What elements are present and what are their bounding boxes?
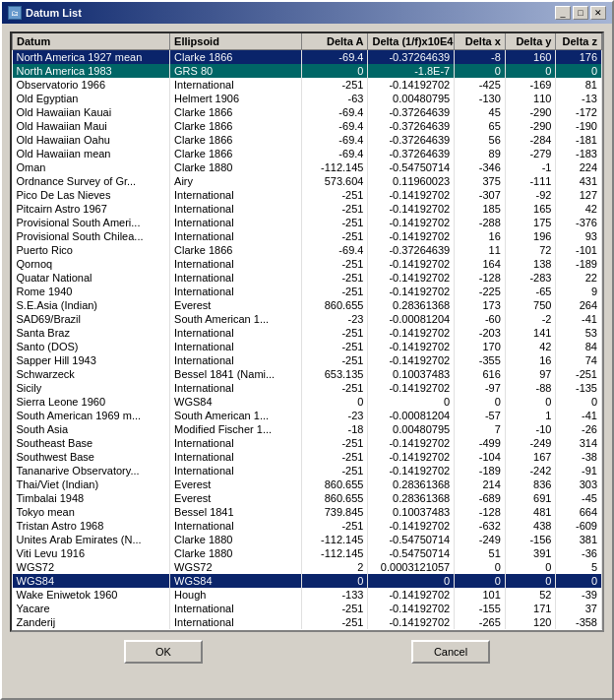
cell-ellipsoid: Clarke 1866 xyxy=(170,105,302,119)
cell-delta-a: -251 xyxy=(302,381,368,395)
table-row[interactable]: Observatorio 1966International-251-0.141… xyxy=(13,78,602,92)
cell-delta-inv: -0.14192702 xyxy=(368,381,455,395)
cell-delta-x: 16 xyxy=(455,229,506,243)
cell-delta-z: -189 xyxy=(556,257,602,271)
cell-datum: Ordnance Survey of Gr... xyxy=(13,174,170,188)
table-row[interactable]: Quatar NationalInternational-251-0.14192… xyxy=(13,271,602,285)
cell-delta-x: -203 xyxy=(455,326,506,340)
table-row[interactable]: Provisional South Chilea...International… xyxy=(13,229,602,243)
cell-delta-a: 860.655 xyxy=(302,477,368,491)
cell-delta-y: 836 xyxy=(505,477,556,491)
table-row[interactable]: WGS72WGS7220.0003121057005 xyxy=(13,560,602,574)
cell-ellipsoid: International xyxy=(170,326,302,340)
cell-ellipsoid: International xyxy=(170,519,302,533)
table-row[interactable]: YacareInternational-251-0.14192702-15517… xyxy=(13,602,602,615)
close-button[interactable]: ✕ xyxy=(590,6,606,20)
table-row[interactable]: QornoqInternational-251-0.14192702164138… xyxy=(13,257,602,271)
table-row[interactable]: Viti Levu 1916Clarke 1880-112.145-0.5475… xyxy=(13,546,602,560)
cell-delta-y: -156 xyxy=(505,533,556,546)
table-row[interactable]: Unites Arab Emirates (N...Clarke 1880-11… xyxy=(13,533,602,546)
cell-delta-y: 0 xyxy=(505,395,556,409)
table-row[interactable]: Pitcairn Astro 1967International-251-0.1… xyxy=(13,202,602,216)
table-row[interactable]: Pico De Las NievesInternational-251-0.14… xyxy=(13,188,602,202)
table-row[interactable]: Southeast BaseInternational-251-0.141927… xyxy=(13,436,602,450)
table-row[interactable]: SAD69/BrazilSouth American 1...-23-0.000… xyxy=(13,312,602,326)
ok-button[interactable]: OK xyxy=(124,640,203,664)
cell-delta-x: -130 xyxy=(455,92,506,105)
table-row[interactable]: OmanClarke 1880-112.145-0.54750714-346-1… xyxy=(13,160,602,174)
table-row[interactable]: ZanderijInternational-251-0.14192702-265… xyxy=(13,615,602,629)
table-row[interactable]: North America 1983GRS 800-1.8E-7000 xyxy=(13,64,602,78)
cell-delta-y: -10 xyxy=(505,422,556,436)
cell-ellipsoid: WGS84 xyxy=(170,574,302,588)
cell-delta-inv: -0.14192702 xyxy=(368,615,455,629)
cell-delta-z: -26 xyxy=(556,422,602,436)
table-row[interactable]: South AsiaModified Fischer 1...-180.0048… xyxy=(13,422,602,436)
table-row[interactable]: Puerto RicoClarke 1866-69.4-0.3726463911… xyxy=(13,243,602,257)
table-row[interactable]: Santo (DOS)International-251-0.141927021… xyxy=(13,340,602,353)
cell-datum: Old Hawaiian Oahu xyxy=(13,133,170,147)
cell-ellipsoid: Clarke 1866 xyxy=(170,243,302,257)
table-row[interactable]: Tristan Astro 1968International-251-0.14… xyxy=(13,519,602,533)
table-row[interactable]: Southwest BaseInternational-251-0.141927… xyxy=(13,450,602,464)
maximize-button[interactable]: □ xyxy=(573,6,588,20)
cell-delta-z: -181 xyxy=(556,133,602,147)
cell-delta-inv: -0.37264639 xyxy=(368,50,455,65)
cell-delta-x: 65 xyxy=(455,119,506,133)
cell-delta-inv: -0.54750714 xyxy=(368,160,455,174)
table-row[interactable]: North America 1927 meanClarke 1866-69.4-… xyxy=(13,50,602,65)
cell-ellipsoid: Helmert 1906 xyxy=(170,92,302,105)
cell-ellipsoid: Clarke 1866 xyxy=(170,147,302,160)
table-row[interactable]: Old EgyptianHelmert 1906-630.00480795-13… xyxy=(13,92,602,105)
table-row[interactable]: WGS84WGS8400000 xyxy=(13,574,602,588)
cell-ellipsoid: GRS 80 xyxy=(170,64,302,78)
cell-delta-inv: -0.37264639 xyxy=(368,105,455,119)
table-row[interactable]: Rome 1940International-251-0.14192702-22… xyxy=(13,285,602,298)
cell-delta-z: 5 xyxy=(556,560,602,574)
cell-ellipsoid: International xyxy=(170,229,302,243)
table-row[interactable]: Old Hawaiian KauaiClarke 1866-69.4-0.372… xyxy=(13,105,602,119)
cell-delta-x: -104 xyxy=(455,450,506,464)
table-row[interactable]: Ordnance Survey of Gr...Airy573.6040.119… xyxy=(13,174,602,188)
table-row[interactable]: Provisional South Ameri...International-… xyxy=(13,216,602,229)
table-row[interactable]: South American 1969 m...South American 1… xyxy=(13,409,602,422)
table-row[interactable]: Sapper Hill 1943International-251-0.1419… xyxy=(13,353,602,367)
table-row[interactable]: Santa BrazInternational-251-0.14192702-2… xyxy=(13,326,602,340)
cell-ellipsoid: Bessel 1841 (Nami... xyxy=(170,367,302,381)
table-row[interactable]: Wake Eniwetok 1960Hough-133-0.1419270210… xyxy=(13,588,602,602)
table-row[interactable]: Sierra Leone 1960WGS8400000 xyxy=(13,395,602,409)
table-row[interactable]: Old Hawaiian OahuClarke 1866-69.4-0.3726… xyxy=(13,133,602,147)
cell-ellipsoid: Airy xyxy=(170,174,302,188)
cell-delta-z: 74 xyxy=(556,353,602,367)
title-buttons: _ □ ✕ xyxy=(555,6,606,20)
table-row[interactable]: SchwarzeckBessel 1841 (Nami...653.1350.1… xyxy=(13,367,602,381)
table-row[interactable]: Tananarive Observatory...International-2… xyxy=(13,464,602,477)
cell-delta-y: -242 xyxy=(505,464,556,477)
window-title: Datum List xyxy=(26,7,82,19)
table-row[interactable]: Old Hawaiian meanClarke 1866-69.4-0.3726… xyxy=(13,147,602,160)
header-delta-inv: Delta (1/f)x10E4 xyxy=(368,33,455,50)
cell-delta-z: 93 xyxy=(556,229,602,243)
cancel-button[interactable]: Cancel xyxy=(411,640,490,664)
cell-delta-x: -355 xyxy=(455,353,506,367)
minimize-button[interactable]: _ xyxy=(555,6,571,20)
table-row[interactable]: S.E.Asia (Indian)Everest860.6550.2836136… xyxy=(13,298,602,312)
table-row[interactable]: Timbalai 1948Everest860.6550.28361368-68… xyxy=(13,491,602,505)
cell-datum: Zanderij xyxy=(13,615,170,629)
table-row[interactable]: Thai/Viet (Indian)Everest860.6550.283613… xyxy=(13,477,602,491)
cell-delta-a: -63 xyxy=(302,92,368,105)
cell-datum: Thai/Viet (Indian) xyxy=(13,477,170,491)
table-row[interactable]: Tokyo meanBessel 1841739.8450.10037483-1… xyxy=(13,505,602,519)
table-body: North America 1927 meanClarke 1866-69.4-… xyxy=(13,50,602,630)
cell-delta-z: 0 xyxy=(556,574,602,588)
cell-ellipsoid: Clarke 1866 xyxy=(170,119,302,133)
cell-datum: SAD69/Brazil xyxy=(13,312,170,326)
datum-table-container[interactable]: Datum Ellipsoid Delta A Delta (1/f)x10E4… xyxy=(10,32,604,632)
cell-delta-y: -283 xyxy=(505,271,556,285)
cell-delta-z: -135 xyxy=(556,381,602,395)
cell-delta-x: -128 xyxy=(455,271,506,285)
cell-delta-inv: -0.14192702 xyxy=(368,257,455,271)
table-row[interactable]: SicilyInternational-251-0.14192702-97-88… xyxy=(13,381,602,395)
table-row[interactable]: Old Hawaiian MauiClarke 1866-69.4-0.3726… xyxy=(13,119,602,133)
cell-delta-inv: -0.37264639 xyxy=(368,133,455,147)
